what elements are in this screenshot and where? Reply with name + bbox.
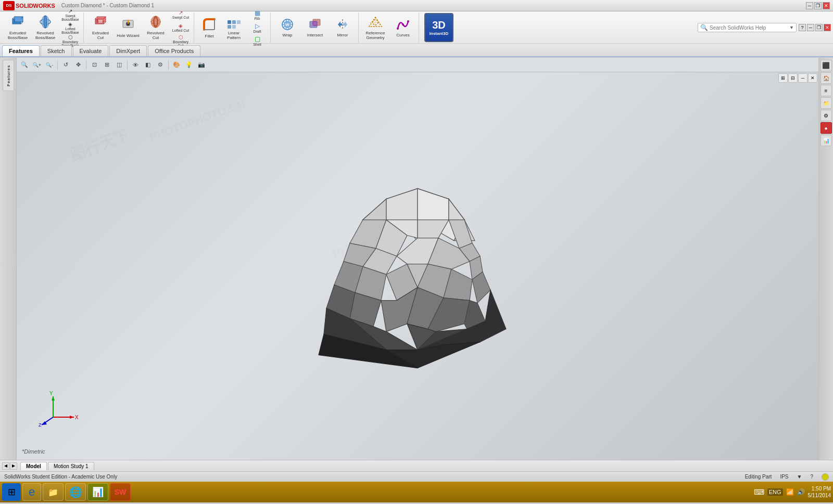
swept-cut-icon: ↗ bbox=[179, 10, 183, 16]
intersect-button[interactable]: Intersect bbox=[301, 14, 329, 41]
main-area: Features › 🔍 🔍+ 🔍- ↺ ✥ ⊡ ⊞ ◫ 👁 ◧ ⚙ 🎨 💡 📷 bbox=[0, 58, 833, 460]
watermark-2: PHOTOPHOTO.CN bbox=[147, 97, 247, 145]
settings-button[interactable]: ⚙ bbox=[821, 110, 832, 121]
instant3d-label: Instant3D bbox=[430, 31, 448, 36]
lofted-boss-button[interactable]: ◈ Lofted Boss/Base bbox=[59, 21, 81, 34]
wrap-button[interactable]: W Wrap bbox=[274, 14, 301, 41]
help-search-input[interactable] bbox=[710, 25, 788, 31]
rotate-view-button[interactable]: ↺ bbox=[60, 59, 71, 71]
solidworks-taskbar-button[interactable]: SW bbox=[110, 483, 131, 501]
lofted-cut-button[interactable]: ◈ Lofted Cut bbox=[170, 21, 192, 34]
excel-button[interactable]: 📊 bbox=[87, 483, 108, 501]
mirror-button[interactable]: Mirror bbox=[329, 14, 356, 41]
revolved-cut-button[interactable]: Revolved Cut bbox=[142, 14, 169, 41]
tab-sketch[interactable]: Sketch bbox=[41, 45, 72, 56]
help-search[interactable]: 🔍 ▼ bbox=[698, 23, 797, 32]
minimize-button[interactable]: ─ bbox=[806, 2, 813, 9]
start-button[interactable]: ⊞ bbox=[2, 483, 21, 501]
view-settings-button[interactable]: ⚙ bbox=[155, 59, 166, 71]
display-manager-button[interactable]: ● bbox=[821, 122, 832, 134]
swept-boss-button[interactable]: ↗ Swept Boss/Base bbox=[59, 8, 81, 21]
zoom-in-button[interactable]: 🔍+ bbox=[31, 59, 43, 71]
restore-button[interactable]: ❐ bbox=[814, 2, 822, 9]
standard-views-button[interactable]: ⊡ bbox=[89, 59, 100, 71]
svg-text:Z: Z bbox=[39, 422, 42, 428]
viewport-close-button[interactable]: ✕ bbox=[808, 73, 817, 83]
folder-button[interactable]: 📁 bbox=[43, 483, 64, 501]
lofted-boss-label: Lofted Boss/Base bbox=[60, 27, 80, 34]
svg-line-4 bbox=[21, 22, 23, 24]
svg-rect-31 bbox=[313, 21, 317, 25]
swept-cut-button[interactable]: ↗ Swept Cut bbox=[170, 8, 192, 21]
tab-motion-study[interactable]: Motion Study 1 bbox=[48, 462, 94, 470]
svg-rect-13 bbox=[98, 20, 103, 23]
viewport-maximize-button[interactable]: ⊞ bbox=[778, 73, 788, 83]
extruded-cut-button[interactable]: Extruded Cut bbox=[87, 14, 114, 41]
revolved-boss-button[interactable]: Revolved Boss/Base bbox=[32, 14, 59, 41]
chrome-button[interactable]: 🌐 bbox=[65, 483, 86, 501]
shell-label: Shell bbox=[253, 43, 261, 46]
tab-nav-arrows: ◀ ▶ bbox=[2, 462, 17, 470]
help-search-area: 🔍 ▼ ? ─ ❐ ✕ bbox=[698, 23, 831, 32]
extruded-boss-button[interactable]: Extruded Boss/Base bbox=[4, 14, 31, 41]
viewport-tile-button[interactable]: ⊟ bbox=[788, 73, 798, 83]
reference-geometry-button[interactable]: Reference Geometry bbox=[362, 14, 389, 41]
tab-dimxpert[interactable]: DimXpert bbox=[109, 45, 147, 56]
fillet-label: Fillet bbox=[205, 34, 214, 39]
ie-button[interactable]: e bbox=[22, 483, 41, 501]
draft-button[interactable]: ▷ Draft bbox=[246, 21, 268, 34]
linear-pattern-button[interactable]: Linear Pattern bbox=[222, 13, 246, 42]
rib-button[interactable]: ▦ Rib bbox=[246, 8, 268, 21]
title-bar: DS SOLIDWORKS Custom Diamond * - Custom … bbox=[0, 0, 833, 11]
mirror-icon bbox=[335, 17, 350, 33]
network-icon: 📶 bbox=[786, 488, 794, 496]
tab-model[interactable]: Model bbox=[20, 462, 47, 470]
help-close-button[interactable]: ✕ bbox=[824, 24, 831, 31]
tab-nav-left-button[interactable]: ◀ bbox=[2, 462, 9, 470]
pan-view-button[interactable]: ✥ bbox=[72, 59, 84, 71]
display-style-button[interactable]: ◫ bbox=[113, 59, 125, 71]
shell-button[interactable]: ▢ Shell bbox=[246, 34, 268, 47]
hide-show-button[interactable]: 👁 bbox=[130, 59, 141, 71]
search-icon: 🔍 bbox=[700, 24, 708, 31]
viewport[interactable]: 图行天下 PHOTOPHOTO.CN PHOTOPHOTO.CN 图行天下 bbox=[17, 72, 818, 460]
tab-nav-right-button[interactable]: ▶ bbox=[10, 462, 17, 470]
viewport-minimize-button[interactable]: ─ bbox=[798, 73, 807, 83]
file-button[interactable]: 📁 bbox=[821, 97, 832, 109]
instant3d-button[interactable]: 3D Instant3D bbox=[424, 13, 453, 42]
features-panel-button[interactable]: Features bbox=[3, 60, 14, 91]
svg-marker-50 bbox=[363, 199, 386, 219]
view-cube-button[interactable]: ⬛ bbox=[821, 60, 832, 71]
tab-office-products[interactable]: Office Products bbox=[148, 45, 200, 56]
zoom-out-button[interactable]: 🔍- bbox=[44, 59, 55, 71]
svg-rect-24 bbox=[237, 20, 241, 24]
section-view-button[interactable]: ◧ bbox=[142, 59, 154, 71]
chart-button[interactable]: 📊 bbox=[821, 135, 832, 146]
help-question-button[interactable]: ? bbox=[799, 24, 806, 31]
reference-curves-group: Reference Geometry Curves bbox=[360, 12, 419, 43]
fillet-button[interactable]: Fillet bbox=[197, 13, 221, 42]
help-minimize-button[interactable]: ─ bbox=[807, 24, 814, 31]
feature-manager-button[interactable]: ≡ bbox=[821, 85, 832, 96]
hole-wizard-button[interactable]: Hole Wizard bbox=[115, 14, 142, 41]
lights-button[interactable]: 💡 bbox=[183, 59, 195, 71]
view-sep-2 bbox=[86, 60, 86, 70]
svg-text:X: X bbox=[75, 415, 79, 420]
home-view-button[interactable]: 🏠 bbox=[821, 72, 832, 84]
status-edition: SolidWorks Student Edition - Academic Us… bbox=[4, 474, 117, 480]
appearance-button[interactable]: 🎨 bbox=[171, 59, 182, 71]
curves-button[interactable]: Curves bbox=[389, 14, 416, 41]
camera-button[interactable]: 📷 bbox=[196, 59, 207, 71]
svg-text:W: W bbox=[285, 22, 289, 27]
units-dropdown-button[interactable]: ▼ bbox=[797, 474, 802, 480]
view-orientation-button[interactable]: ⊞ bbox=[101, 59, 112, 71]
fillet-icon bbox=[201, 16, 218, 34]
help-icon[interactable]: ? bbox=[810, 474, 813, 480]
close-button[interactable]: ✕ bbox=[823, 2, 830, 9]
zoom-to-fit-button[interactable]: 🔍 bbox=[19, 59, 30, 71]
tab-evaluate[interactable]: Evaluate bbox=[73, 45, 109, 56]
tab-features[interactable]: Features bbox=[2, 45, 40, 56]
search-dropdown-icon[interactable]: ▼ bbox=[789, 25, 794, 30]
help-restore-button[interactable]: ❐ bbox=[815, 24, 823, 31]
intersect-label: Intersect bbox=[307, 33, 323, 38]
